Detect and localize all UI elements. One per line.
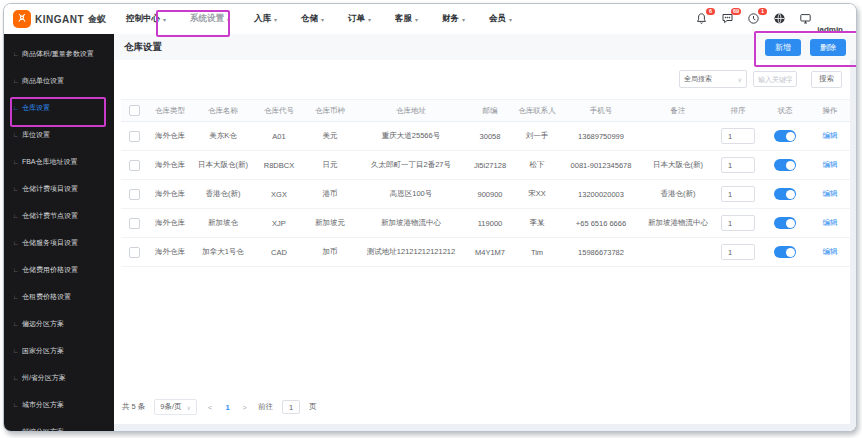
- column-header: 状态: [761, 100, 809, 122]
- status-toggle[interactable]: [774, 246, 796, 258]
- sidebar-item[interactable]: ∟FBA仓库地址设置: [4, 148, 114, 175]
- cell-name: 日本大阪仓(新): [193, 151, 253, 180]
- globe-language-icon[interactable]: [773, 12, 786, 25]
- chevron-down-icon: ▾: [227, 16, 230, 23]
- sidebar-item[interactable]: ∟仓储费用价格设置: [4, 256, 114, 283]
- prev-page-button[interactable]: <: [206, 403, 214, 412]
- search-scope-select[interactable]: 全局搜索 ∨: [679, 70, 747, 88]
- cell-remark: [641, 238, 715, 267]
- sidebar-item-label: 仓储计费节点设置: [22, 211, 78, 221]
- chat-message-icon[interactable]: 69: [721, 12, 734, 25]
- nav-menu-订单[interactable]: 订单▾: [348, 13, 371, 25]
- row-checkbox[interactable]: [129, 218, 140, 229]
- add-warehouse-button[interactable]: 新增: [765, 39, 801, 56]
- edit-row-link[interactable]: 编辑: [823, 218, 838, 227]
- logged-in-username[interactable]: iadmin: [817, 25, 843, 34]
- sort-order-input[interactable]: [721, 186, 755, 202]
- sidebar-item[interactable]: ∟邮编分区方案: [4, 418, 114, 432]
- select-all-checkbox[interactable]: [129, 105, 140, 116]
- pagination-bar: 共 5 条 9条/页 ∨ < 1 > 前往 页: [122, 399, 316, 415]
- sidebar-item[interactable]: ∟仓库设置: [4, 94, 114, 121]
- kingant-ant-logo-icon: [13, 10, 31, 28]
- sidebar-item[interactable]: ∟仓储计费节点设置: [4, 202, 114, 229]
- subitem-corner-icon: ∟: [13, 321, 19, 327]
- cell-address: 重庆大道25566号: [355, 122, 467, 151]
- row-checkbox[interactable]: [129, 131, 140, 142]
- sidebar-item-label: 商品体积/重量参数设置: [22, 49, 94, 59]
- total-count-label: 共 5 条: [122, 402, 145, 412]
- status-toggle[interactable]: [774, 159, 796, 171]
- clock-badge: 1: [758, 8, 767, 15]
- nav-menu-系统设置[interactable]: 系统设置▾: [190, 13, 230, 25]
- cell-sort: [715, 238, 761, 267]
- main-menu: 控制中心▾系统设置▾入库▾仓储▾订单▾客服▾财务▾会员▾: [126, 4, 512, 34]
- delete-warehouse-button[interactable]: 删除: [810, 39, 846, 56]
- chevron-down-icon: ▾: [368, 16, 371, 23]
- sort-order-input[interactable]: [721, 215, 755, 231]
- sidebar-item[interactable]: ∟仓储服务项目设置: [4, 229, 114, 256]
- edit-row-link[interactable]: 编辑: [823, 160, 838, 169]
- sidebar-item[interactable]: ∟库位设置: [4, 121, 114, 148]
- bell-notification-icon[interactable]: 6: [695, 12, 708, 25]
- sidebar-item[interactable]: ∟国家分区方案: [4, 337, 114, 364]
- sort-order-input[interactable]: [721, 128, 755, 144]
- table-row: 海外仓库新加坡仓XJP新加坡元新加坡港物流中心119000李某+65 6516 …: [121, 209, 850, 238]
- chevron-down-icon: ▾: [321, 16, 324, 23]
- cell-phone: +65 6516 6666: [561, 209, 641, 238]
- nav-menu-财务[interactable]: 财务▾: [442, 13, 465, 25]
- page-size-select[interactable]: 9条/页 ∨: [154, 399, 197, 415]
- status-toggle[interactable]: [774, 130, 796, 142]
- row-checkbox[interactable]: [129, 189, 140, 200]
- next-page-button[interactable]: >: [241, 403, 249, 412]
- brand-suffix: 金蚁: [88, 13, 106, 26]
- sidebar-item[interactable]: ∟偏远分区方案: [4, 310, 114, 337]
- cell-code: CAD: [253, 238, 305, 267]
- clock-icon[interactable]: 1: [747, 12, 760, 25]
- sidebar-item[interactable]: ∟仓租费价格设置: [4, 283, 114, 310]
- edit-row-link[interactable]: 编辑: [823, 247, 838, 256]
- cell-action: 编辑: [809, 209, 850, 238]
- brand-logo[interactable]: KINGANT 金蚁: [13, 10, 106, 28]
- row-checkbox[interactable]: [129, 247, 140, 258]
- current-page-number[interactable]: 1: [223, 403, 231, 412]
- nav-menu-入库[interactable]: 入库▾: [254, 13, 277, 25]
- sidebar-item[interactable]: ∟州/省分区方案: [4, 364, 114, 391]
- cell-zip: 900900: [467, 180, 513, 209]
- monitor-screen-icon[interactable]: [799, 12, 812, 25]
- sidebar-item-label: 仓储费用价格设置: [22, 265, 78, 275]
- nav-menu-会员[interactable]: 会员▾: [489, 13, 512, 25]
- sidebar-item-label: FBA仓库地址设置: [22, 157, 78, 167]
- subitem-corner-icon: ∟: [13, 267, 19, 273]
- status-toggle[interactable]: [774, 217, 796, 229]
- sidebar-item[interactable]: ∟商品单位设置: [4, 67, 114, 94]
- cell-sort: [715, 122, 761, 151]
- sort-order-input[interactable]: [721, 244, 755, 260]
- goto-page-input[interactable]: [282, 400, 300, 414]
- edit-row-link[interactable]: 编辑: [823, 131, 838, 140]
- sort-order-input[interactable]: [721, 157, 755, 173]
- search-button[interactable]: 搜索: [811, 71, 842, 88]
- sidebar-item[interactable]: ∟仓储计费项目设置: [4, 175, 114, 202]
- nav-menu-控制中心[interactable]: 控制中心▾: [126, 13, 166, 25]
- sidebar-item[interactable]: ∟商品体积/重量参数设置: [4, 40, 114, 67]
- chevron-down-icon: ▾: [163, 16, 166, 23]
- subitem-corner-icon: ∟: [13, 375, 19, 381]
- column-header: 邮编: [467, 100, 513, 122]
- chevron-down-icon: ▾: [462, 16, 465, 23]
- sidebar-item-label: 库位设置: [22, 130, 50, 140]
- chevron-down-icon: ∨: [738, 76, 742, 83]
- nav-menu-label: 会员: [489, 13, 506, 25]
- cell-zip: Ji5i27128: [467, 151, 513, 180]
- nav-menu-客服[interactable]: 客服▾: [395, 13, 418, 25]
- edit-row-link[interactable]: 编辑: [823, 189, 838, 198]
- cell-remark: [641, 122, 715, 151]
- status-toggle[interactable]: [774, 188, 796, 200]
- search-keyword-input[interactable]: [753, 71, 797, 87]
- sidebar-item[interactable]: ∟城市分区方案: [4, 391, 114, 418]
- search-scope-value: 全局搜索: [684, 74, 712, 84]
- cell-action: 编辑: [809, 122, 850, 151]
- row-checkbox[interactable]: [129, 160, 140, 171]
- sidebar-item-label: 城市分区方案: [22, 400, 64, 410]
- nav-menu-仓储[interactable]: 仓储▾: [301, 13, 324, 25]
- chevron-down-icon: ▾: [509, 16, 512, 23]
